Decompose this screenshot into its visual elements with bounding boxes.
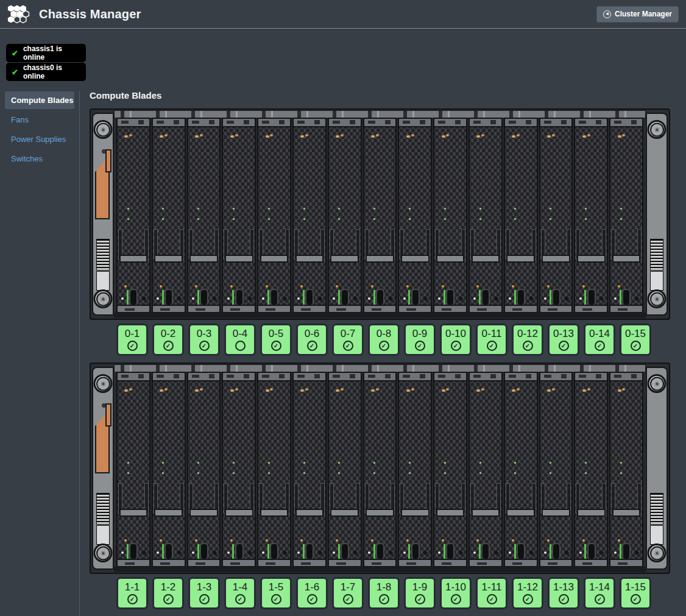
blade-button-label: 0-5 (269, 328, 284, 340)
blade-button-0-8[interactable]: 0-8✓ (368, 324, 400, 356)
blank-label (96, 271, 110, 291)
blade-foot-strip (434, 305, 466, 312)
blade-port (235, 543, 244, 560)
blade-graphic (222, 372, 256, 567)
blade-button-1-2[interactable]: 1-2✓ (152, 577, 184, 609)
blade-button-1-12[interactable]: 1-12✓ (512, 577, 543, 609)
blade-button-0-7[interactable]: 0-7✓ (332, 324, 364, 356)
check-circle-icon: ✓ (271, 341, 281, 351)
port-status-led (162, 544, 164, 559)
check-circle-icon: ✓ (595, 594, 605, 604)
blade-graphic (398, 118, 432, 313)
blade-graphic (116, 118, 150, 313)
port-status-led (267, 290, 269, 305)
blade-latch-strip (575, 119, 607, 127)
blade-button-label: 0-15 (625, 328, 646, 340)
amber-led-icon (336, 285, 338, 288)
blade-graphic (292, 372, 327, 567)
blade-button-1-14[interactable]: 1-14✓ (584, 577, 615, 609)
sidebar-item-compute-blades[interactable]: Compute Blades (5, 91, 74, 109)
blade-foot-strip (434, 559, 466, 566)
amber-led-icon (300, 135, 304, 138)
blade-graphic (363, 372, 397, 567)
thumbscrew-icon (177, 550, 182, 555)
port-status-led (514, 290, 516, 305)
chassis-endcap-left (92, 113, 114, 316)
blade-button-0-11[interactable]: 0-11✓ (476, 324, 507, 356)
power-led-icon (403, 297, 406, 300)
blade-button-1-9[interactable]: 1-9✓ (404, 577, 436, 609)
amber-led-icon (618, 285, 620, 288)
sidebar-item-fans[interactable]: Fans (5, 111, 74, 129)
blade-button-label: 1-5 (269, 581, 284, 593)
blade-button-1-11[interactable]: 1-11✓ (476, 577, 507, 609)
amber-led-icon (622, 134, 625, 136)
blade-button-1-7[interactable]: 1-7✓ (332, 577, 364, 609)
blade-foot-strip (258, 305, 290, 312)
power-led-icon (579, 297, 582, 300)
power-led-icon (543, 551, 547, 554)
thumbscrew-icon (141, 550, 146, 555)
blade-button-1-6[interactable]: 1-6✓ (296, 577, 328, 609)
blade-button-0-2[interactable]: 0-2✓ (152, 324, 184, 356)
chassis-endcap-right (646, 113, 668, 316)
blade-button-1-15[interactable]: 1-15✓ (620, 577, 651, 609)
blade-graphic (363, 118, 397, 313)
port-status-led (127, 544, 129, 559)
port-status-led (479, 290, 481, 305)
blade-foot-strip (399, 305, 431, 312)
blade-button-0-12[interactable]: 0-12✓ (512, 324, 543, 356)
thumbscrew-icon (353, 296, 358, 301)
blade-port (411, 543, 420, 560)
blade-button-label: 0-1 (125, 328, 140, 340)
blade-button-0-1[interactable]: 0-1✓ (116, 324, 148, 356)
green-led-icon (444, 472, 446, 474)
thumbscrew-icon (282, 296, 287, 301)
blade-button-label: 1-4 (233, 581, 248, 593)
green-led-icon (550, 462, 551, 464)
blade-button-0-13[interactable]: 0-13✓ (548, 324, 579, 356)
blade-button-0-9[interactable]: 0-9✓ (404, 324, 436, 356)
check-circle-icon: ✓ (127, 594, 138, 604)
blade-button-1-13[interactable]: 1-13✓ (548, 577, 579, 609)
sidebar-item-power-supplies[interactable]: Power Supplies (5, 130, 74, 148)
blank-label (96, 525, 110, 545)
port-status-led (197, 290, 199, 305)
amber-led-icon (442, 135, 445, 138)
blade-latch-strip (364, 373, 396, 381)
blade-handle-bar (330, 255, 359, 263)
blade-port (164, 543, 173, 560)
blade-latch-strip (610, 373, 642, 381)
blade-button-1-3[interactable]: 1-3✓ (188, 577, 220, 609)
green-led-icon (197, 208, 199, 210)
blade-button-0-14[interactable]: 0-14✓ (584, 324, 615, 356)
blade-button-0-10[interactable]: 0-10✓ (440, 324, 472, 356)
green-led-icon (233, 218, 235, 220)
port-status-led (232, 544, 234, 559)
blade-button-label: 0-2 (161, 328, 176, 340)
check-circle-icon: ✓ (487, 341, 497, 351)
port-status-led (408, 290, 410, 305)
blade-button-0-15[interactable]: 0-15✓ (620, 324, 651, 356)
blade-graphic (609, 118, 643, 313)
sidebar-item-switches[interactable]: Switches (5, 150, 74, 168)
screw-icon (94, 289, 113, 308)
blade-button-1-1[interactable]: 1-1✓ (116, 577, 148, 609)
blade-button-0-3[interactable]: 0-3✓ (188, 324, 220, 356)
blade-handle-bar (154, 255, 183, 263)
amber-led-icon (266, 135, 269, 138)
blade-graphic (504, 372, 538, 567)
blade-button-1-8[interactable]: 1-8✓ (368, 577, 400, 609)
blade-button-0-4[interactable]: 0-4 (224, 324, 256, 356)
blade-button-0-6[interactable]: 0-6✓ (296, 324, 328, 356)
check-circle-icon: ✓ (451, 341, 461, 351)
chassis-0-graphic (90, 108, 670, 320)
blade-latch-strip (470, 119, 501, 127)
blade-button-1-4[interactable]: 1-4✓ (224, 577, 256, 609)
blade-button-1-10[interactable]: 1-10✓ (440, 577, 472, 609)
check-circle-icon: ✓ (199, 594, 210, 604)
blade-latch-strip (188, 119, 220, 127)
amber-led-icon (200, 134, 203, 136)
blade-button-0-5[interactable]: 0-5✓ (260, 324, 292, 356)
blade-button-1-5[interactable]: 1-5✓ (260, 577, 292, 609)
